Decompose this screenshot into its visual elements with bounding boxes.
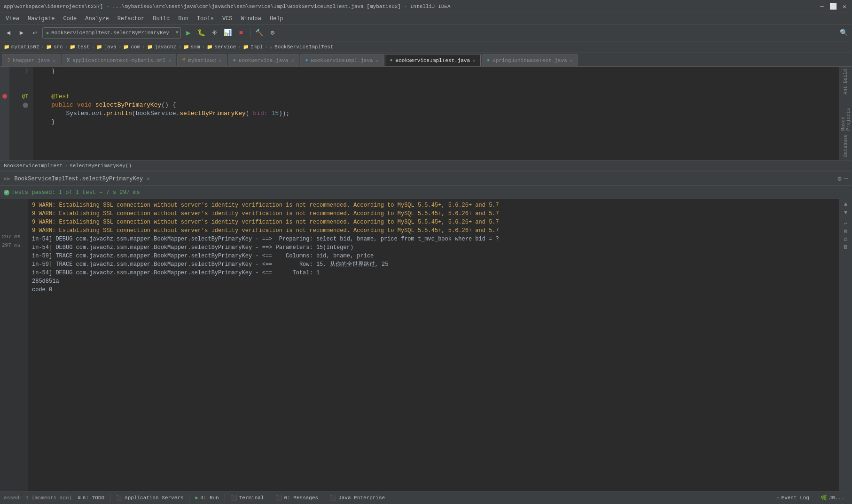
breadcrumb-src[interactable]: src — [54, 44, 63, 50]
run-config-label: BookServiceImplTest.selectByPrimaryKey — [51, 30, 169, 36]
recent-files-button[interactable]: ↩ — [29, 27, 40, 39]
menu-tools[interactable]: Tools — [193, 15, 218, 23]
tab-bookservice[interactable]: ● BookService.java ✕ — [228, 54, 299, 66]
code-line-3 — [37, 84, 835, 92]
breadcrumb-impl[interactable]: Impl — [250, 44, 263, 50]
tab-kmapper-close[interactable]: ✕ — [53, 58, 55, 63]
jr-label: JR... — [829, 495, 844, 501]
menu-run[interactable]: Run — [174, 15, 192, 23]
statusbar-appservers[interactable]: ⬛ Application Servers — [112, 494, 187, 502]
breadcrumb-src-icon: 📁 — [46, 44, 52, 50]
tab-kmapper[interactable]: J kMapper.java ✕ — [2, 54, 61, 66]
breadcrumb-method[interactable]: selectByPrimaryKey() — [70, 163, 132, 169]
run-panel-settings-icon[interactable]: ⚙ — [837, 175, 841, 183]
menu-refactor[interactable]: Refactor — [114, 15, 149, 23]
tab-appctx-close[interactable]: ✕ — [168, 58, 171, 63]
statusbar-terminal[interactable]: ⬛ Terminal — [227, 494, 268, 502]
tab-bookservice-close[interactable]: ✕ — [291, 58, 294, 63]
menu-window[interactable]: Window — [237, 15, 265, 23]
run-results-bar: ✓ Tests passed: 1 of 1 test – 7 s 297 ms — [0, 186, 852, 199]
statusbar-messages[interactable]: ⬛ 0: Messages — [272, 494, 322, 502]
statusbar-sep-1 — [110, 494, 110, 502]
ant-build-button[interactable]: Ant Build — [843, 69, 848, 94]
breakpoint-indicator — [2, 94, 7, 99]
statusbar-jr[interactable]: 🌿 JR... — [817, 494, 848, 502]
minimize-button[interactable]: — — [818, 3, 826, 10]
breadcrumb-impl-icon: 📁 — [243, 44, 249, 50]
breadcrumb-test[interactable]: test — [77, 44, 89, 50]
menu-vcs[interactable]: VCS — [219, 15, 236, 23]
menu-view[interactable]: View — [2, 15, 23, 23]
jr-icon: 🌿 — [821, 495, 827, 501]
profile-button[interactable]: 📊 — [222, 27, 234, 39]
code-line-7: } — [37, 117, 835, 126]
code-line-5: public void selectByPrimaryKey() { — [37, 101, 835, 109]
run-panel-expand-icon[interactable]: ▶▶ — [4, 175, 10, 182]
breadcrumb-mybatis[interactable]: mybatis02 — [11, 44, 39, 50]
menu-help[interactable]: Help — [266, 15, 287, 23]
run-config-dropdown[interactable]: ▶ BookServiceImplTest.selectByPrimaryKey… — [42, 27, 181, 39]
maximize-button[interactable]: ⬜ — [829, 3, 837, 10]
breadcrumb-test-icon: 📁 — [70, 44, 75, 50]
messages-label: 0: Messages — [284, 495, 319, 501]
forward-button[interactable]: ▶ — [16, 27, 27, 39]
coverage-button[interactable]: ⛯ — [209, 27, 220, 39]
settings-button[interactable]: ⚙ — [267, 27, 278, 39]
code-line-2 — [37, 75, 835, 84]
run-panel-close-icon[interactable]: ✕ — [147, 175, 150, 182]
filter-button[interactable]: ▤ — [844, 228, 847, 234]
tab-appctx[interactable]: X applicationContext-mybatis.xml ✕ — [62, 54, 176, 66]
tab-bookserviceimpl[interactable]: ● BookServiceImpl.java ✕ — [300, 54, 384, 66]
appservers-icon: ⬛ — [116, 495, 123, 501]
statusbar-eventlog[interactable]: ⚠ Event Log — [773, 494, 813, 502]
back-button[interactable]: ◀ — [3, 27, 14, 39]
tab-springjunit-close[interactable]: ✕ — [570, 58, 573, 63]
terminal-icon: ⬛ — [231, 495, 237, 501]
breadcrumb-java[interactable]: java — [104, 44, 116, 50]
code-editor[interactable]: } @Test public void selectByPrimaryKey()… — [33, 67, 839, 160]
breadcrumb-ssm[interactable]: ssm — [191, 44, 200, 50]
clear-button[interactable]: 🗑 — [843, 244, 848, 250]
stop-button[interactable]: ■ — [235, 27, 247, 39]
tab-bookserviceimpltest[interactable]: ● BookServiceImplTest.java ✕ — [385, 54, 481, 66]
scroll-up-button[interactable]: ▲ — [844, 201, 847, 208]
todo-label: 6: TODO — [83, 495, 104, 501]
menu-analyze[interactable]: Analyze — [81, 15, 112, 23]
scroll-down-button[interactable]: ▼ — [844, 209, 847, 216]
tab-kmapper-label: kMapper.java — [13, 58, 50, 63]
wrap-button[interactable]: ↵ — [844, 220, 847, 226]
build-button[interactable]: 🔨 — [254, 27, 265, 39]
window-title: app\workspace\ideaProjects\t237] - ...\m… — [4, 4, 818, 9]
run-button[interactable]: ▶ — [183, 27, 194, 39]
pass-icon: ✓ — [4, 190, 9, 195]
tab-bookserviceimpl-close[interactable]: ✕ — [376, 58, 379, 63]
menu-navigate[interactable]: Navigate — [24, 15, 59, 23]
debug-button[interactable]: 🐛 — [196, 27, 207, 39]
statusbar-sep-4 — [270, 494, 270, 502]
breadcrumb-class[interactable]: BookServiceImplTest — [4, 163, 63, 169]
run-panel-minimize-icon[interactable]: — — [844, 175, 848, 183]
maven-projects-button[interactable]: Maven Projects — [841, 96, 851, 131]
menu-code[interactable]: Code — [59, 15, 80, 23]
breadcrumb-javachz[interactable]: javachz — [155, 44, 176, 50]
tab-mybatis[interactable]: M mybatis02 ✕ — [177, 54, 227, 66]
close-button[interactable]: ✕ — [841, 3, 848, 10]
tab-springjunit[interactable]: ● SpringJunitBaseTest.java ✕ — [482, 54, 578, 66]
menu-build[interactable]: Build — [149, 15, 173, 23]
database-button[interactable]: Database — [843, 132, 848, 158]
print-button[interactable]: 🖨 — [843, 236, 848, 242]
search-everywhere-button[interactable]: 🔍 — [838, 27, 849, 39]
statusbar-sep-5 — [324, 494, 324, 502]
breadcrumb-service[interactable]: service — [214, 44, 236, 50]
javaenterprise-label: Java Enterprise — [338, 495, 385, 501]
tab-bookserviceimpltest-icon: ● — [390, 58, 393, 63]
javaenterprise-icon: ⬛ — [330, 495, 336, 501]
statusbar-run[interactable]: ▶ 4: Run — [191, 494, 222, 502]
statusbar-todo[interactable]: ≡ 6: TODO — [74, 494, 108, 502]
breadcrumb-ssm-icon: 📁 — [183, 44, 189, 50]
breadcrumb-com[interactable]: com — [131, 44, 140, 50]
breadcrumb-file[interactable]: BookServiceImplTest — [274, 44, 333, 50]
tab-bookserviceimpltest-close[interactable]: ✕ — [473, 58, 476, 63]
tab-mybatis-close[interactable]: ✕ — [219, 58, 222, 63]
statusbar-javaenterprise[interactable]: ⬛ Java Enterprise — [326, 494, 389, 502]
